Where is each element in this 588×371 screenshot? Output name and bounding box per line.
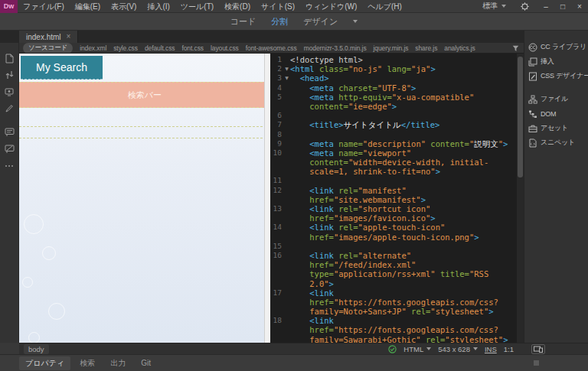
- panel-snippets[interactable]: スニペット: [524, 135, 588, 150]
- filter-icon[interactable]: [512, 45, 519, 52]
- related-file[interactable]: index.xml: [80, 44, 106, 52]
- panel-sidebar: CC ライブラリ 挿入 CSS デザイナー ファイル DOM アセット スニペッ…: [524, 31, 588, 343]
- panel-insert[interactable]: 挿入: [524, 54, 588, 69]
- panel-label: スニペット: [541, 138, 575, 148]
- close-button[interactable]: ×: [571, 0, 588, 13]
- search-bar-text: 検索バー: [128, 89, 162, 101]
- related-file[interactable]: font-awesome.css: [246, 44, 297, 52]
- menu-item[interactable]: ウィンドウ(W): [300, 0, 362, 13]
- insert-icon: [528, 57, 537, 67]
- css-designer-icon: [528, 72, 537, 81]
- chevron-down-icon: [426, 347, 431, 350]
- related-file[interactable]: default.css: [145, 44, 175, 52]
- bottom-panel-tab[interactable]: プロパティ: [19, 356, 70, 370]
- menu-item[interactable]: 検索(D): [219, 0, 256, 13]
- code-scrollbar-thumb[interactable]: [518, 57, 523, 177]
- related-file[interactable]: share.js: [415, 44, 437, 52]
- format-source-icon[interactable]: [0, 100, 18, 117]
- panel-label: CSS デザイナー: [541, 71, 588, 81]
- customize-toolbar-icon[interactable]: [5, 165, 13, 167]
- menu-item[interactable]: 挿入(I): [142, 0, 175, 13]
- code-view[interactable]: 1<!doctype html>2▼<html class="no-js" la…: [270, 54, 524, 343]
- related-file[interactable]: font.css: [181, 44, 204, 52]
- background-bubble: [22, 277, 33, 288]
- bottom-panel-bar: プロパティ検索出力Git: [0, 354, 588, 371]
- menu-item[interactable]: サイト(S): [256, 0, 300, 13]
- panel-label: DOM: [541, 110, 556, 118]
- assets-icon: [528, 124, 537, 133]
- remove-comment-icon[interactable]: [0, 141, 18, 158]
- bottom-panel-tab[interactable]: 検索: [74, 356, 101, 370]
- menu-list: ファイル(F)編集(E)表示(V)挿入(I)ツール(T)検索(D)サイト(S)ウ…: [18, 0, 407, 13]
- lint-ok-icon[interactable]: [388, 345, 397, 353]
- menu-item[interactable]: ツール(T): [175, 0, 219, 13]
- minimize-button[interactable]: –: [537, 0, 554, 13]
- bottom-tabs: プロパティ検索出力Git: [19, 356, 157, 370]
- view-mode-dropdown-icon[interactable]: [353, 20, 358, 23]
- background-bubble: [48, 303, 65, 320]
- menu-bar: Dw ファイル(F)編集(E)表示(V)挿入(I)ツール(T)検索(D)サイト(…: [0, 0, 588, 13]
- tab-close-icon[interactable]: ×: [67, 33, 71, 41]
- bottom-panel-tab[interactable]: Git: [135, 357, 157, 369]
- background-bubble: [28, 332, 40, 343]
- panel-grip[interactable]: [534, 360, 539, 366]
- zoom-level[interactable]: 1:1: [504, 345, 514, 353]
- panel-css-designer[interactable]: CSS デザイナー: [524, 69, 588, 83]
- related-file[interactable]: modernizr-3.5.0.min.js: [304, 44, 367, 52]
- background-bubble: [42, 246, 56, 260]
- code-scrollbar[interactable]: [517, 54, 524, 343]
- chevron-down-icon: [501, 5, 506, 8]
- view-mode-design[interactable]: デザイン: [303, 16, 338, 28]
- element-outline: [19, 126, 270, 127]
- menu-item[interactable]: ヘルプ(H): [362, 0, 407, 13]
- related-files-list: ソースコードindex.xmlstyle.cssdefault.cssfont.…: [23, 43, 475, 54]
- app-logo: Dw: [0, 0, 18, 13]
- menu-item[interactable]: 編集(E): [70, 0, 106, 13]
- panel-cc-libraries[interactable]: CC ライブラリ: [524, 40, 588, 54]
- maximize-button[interactable]: □: [554, 0, 571, 13]
- view-mode-split[interactable]: 分割: [271, 16, 288, 28]
- related-file[interactable]: jquery.min.js: [374, 44, 409, 52]
- panel-label: アセット: [541, 123, 568, 133]
- panel-files[interactable]: ファイル: [524, 92, 588, 106]
- dreamweaver-window: Dw ファイル(F)編集(E)表示(V)挿入(I)ツール(T)検索(D)サイト(…: [0, 0, 588, 371]
- design-view[interactable]: My Search 検索バー: [19, 54, 270, 343]
- view-mode-code[interactable]: コード: [230, 16, 256, 28]
- workspace-switcher[interactable]: 標準: [476, 1, 512, 11]
- sync-settings-icon[interactable]: [520, 2, 530, 11]
- panel-label: ファイル: [541, 94, 568, 104]
- document-tab-title: index.html: [26, 33, 61, 41]
- apply-comment-icon[interactable]: [0, 124, 18, 141]
- background-bubble: [24, 214, 44, 234]
- cc-libraries-icon: [528, 43, 537, 52]
- panel-dom[interactable]: DOM: [524, 106, 588, 121]
- site-title-text: My Search: [36, 61, 87, 73]
- design-scrollbar[interactable]: [264, 54, 270, 343]
- panel-assets[interactable]: アセット: [524, 121, 588, 135]
- related-file[interactable]: ソースコード: [23, 43, 73, 54]
- panel-label: CC ライブラリ: [541, 42, 586, 52]
- live-view-options-icon[interactable]: [0, 83, 18, 100]
- search-bar-block[interactable]: 検索バー: [19, 82, 270, 108]
- bottom-panel-tab[interactable]: 出力: [104, 356, 132, 370]
- related-file[interactable]: analytics.js: [444, 44, 475, 52]
- site-title-block[interactable]: My Search: [21, 56, 103, 80]
- related-file[interactable]: style.css: [113, 44, 138, 52]
- file-management-icon[interactable]: [0, 67, 18, 83]
- related-file[interactable]: layout.css: [211, 44, 239, 52]
- menu-item[interactable]: 表示(V): [106, 0, 142, 13]
- doc-type-dropdown[interactable]: HTML: [403, 345, 431, 353]
- view-switcher-bar: コード 分割 デザイン: [0, 13, 588, 31]
- code-lines[interactable]: 1<!doctype html>2▼<html class="no-js" la…: [270, 55, 524, 343]
- preview-devices-icon[interactable]: [531, 344, 545, 354]
- document-status-bar: body HTML 543 x 628 INS 1:1: [19, 343, 588, 354]
- insert-mode-toggle[interactable]: INS: [485, 345, 497, 353]
- doc-type-label: HTML: [403, 345, 423, 353]
- menu-item[interactable]: ファイル(F): [18, 0, 70, 13]
- document-tab[interactable]: index.html ×: [19, 31, 78, 43]
- window-size-dropdown[interactable]: 543 x 628: [438, 345, 478, 353]
- open-documents-icon[interactable]: [0, 50, 18, 67]
- element-outline: [19, 138, 270, 138]
- dom-icon: [528, 109, 537, 119]
- tag-selector-body[interactable]: body: [24, 344, 49, 354]
